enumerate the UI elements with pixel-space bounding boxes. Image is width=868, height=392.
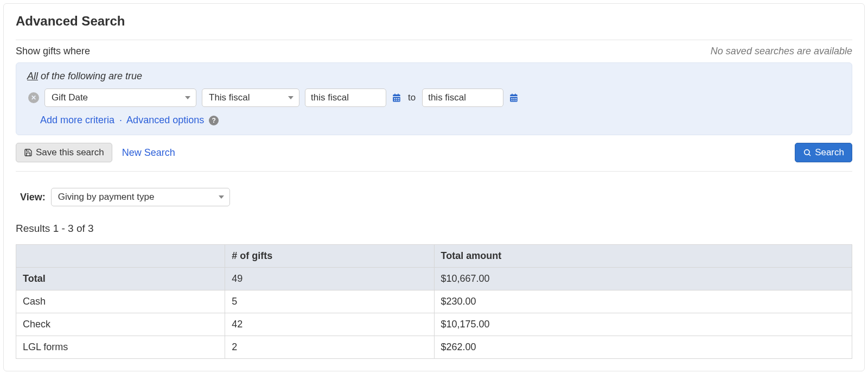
criteria-field-value: Gift Date <box>52 92 88 103</box>
svg-line-1 <box>809 154 810 156</box>
date-to-input[interactable] <box>422 88 503 107</box>
criteria-panel: All of the following are true ✕ Gift Dat… <box>16 62 852 135</box>
criteria-range-value: This fiscal <box>209 92 250 103</box>
calendar-icon[interactable] <box>509 93 519 103</box>
chevron-down-icon <box>185 96 190 99</box>
row-count: 42 <box>225 313 434 336</box>
total-count: 49 <box>225 268 434 290</box>
new-search-link[interactable]: New Search <box>122 147 175 159</box>
row-amount: $262.00 <box>434 336 852 359</box>
total-amount: $10,667.00 <box>434 268 852 290</box>
criteria-field-select[interactable]: Gift Date <box>44 88 196 107</box>
search-button[interactable]: Search <box>795 143 852 162</box>
search-icon <box>803 148 812 157</box>
table-row: Check 42 $10,175.00 <box>16 313 852 336</box>
help-icon[interactable]: ? <box>209 116 219 125</box>
row-amount: $230.00 <box>434 290 852 313</box>
remove-criteria-button[interactable]: ✕ <box>28 92 39 103</box>
advanced-options-link[interactable]: Advanced options <box>126 115 204 125</box>
svg-point-0 <box>805 150 809 155</box>
results-count-text: Results 1 - 3 of 3 <box>16 223 852 235</box>
save-icon <box>24 148 33 157</box>
close-icon: ✕ <box>31 94 36 102</box>
criteria-rule-label: All of the following are true <box>27 71 841 82</box>
table-row: LGL forms 2 $262.00 <box>16 336 852 359</box>
page-title: Advanced Search <box>16 14 852 35</box>
criteria-rule-rest: of the following are true <box>38 71 142 81</box>
view-label: View: <box>20 192 46 203</box>
no-saved-searches-text: No saved searches are available <box>711 46 852 57</box>
date-from-input[interactable] <box>305 88 386 107</box>
total-label: Total <box>16 268 225 290</box>
column-header-type <box>16 245 225 268</box>
table-row: Cash 5 $230.00 <box>16 290 852 313</box>
add-criteria-link[interactable]: Add more criteria <box>40 115 114 125</box>
date-to-label: to <box>407 92 417 103</box>
row-count: 5 <box>225 290 434 313</box>
title-divider <box>16 40 852 40</box>
save-search-label: Save this search <box>36 147 104 158</box>
results-table: # of gifts Total amount Total 49 $10,667… <box>16 244 852 359</box>
column-header-count: # of gifts <box>225 245 434 268</box>
show-gifts-where-label: Show gifts where <box>16 46 90 57</box>
chevron-down-icon <box>288 96 293 99</box>
row-amount: $10,175.00 <box>434 313 852 336</box>
table-header-row: # of gifts Total amount <box>16 245 852 268</box>
calendar-icon[interactable] <box>392 93 401 103</box>
table-total-row: Total 49 $10,667.00 <box>16 268 852 290</box>
link-separator: · <box>119 115 122 125</box>
row-count: 2 <box>225 336 434 359</box>
view-select[interactable]: Giving by payment type <box>51 188 230 206</box>
view-select-value: Giving by payment type <box>58 192 155 203</box>
row-label: Check <box>16 313 225 336</box>
column-header-amount: Total amount <box>434 245 852 268</box>
row-label: LGL forms <box>16 336 225 359</box>
row-label: Cash <box>16 290 225 313</box>
save-search-button[interactable]: Save this search <box>16 143 112 162</box>
criteria-rule-all[interactable]: All <box>27 71 38 81</box>
search-button-label: Search <box>815 147 844 158</box>
chevron-down-icon <box>219 195 224 199</box>
criteria-range-select[interactable]: This fiscal <box>202 88 299 107</box>
